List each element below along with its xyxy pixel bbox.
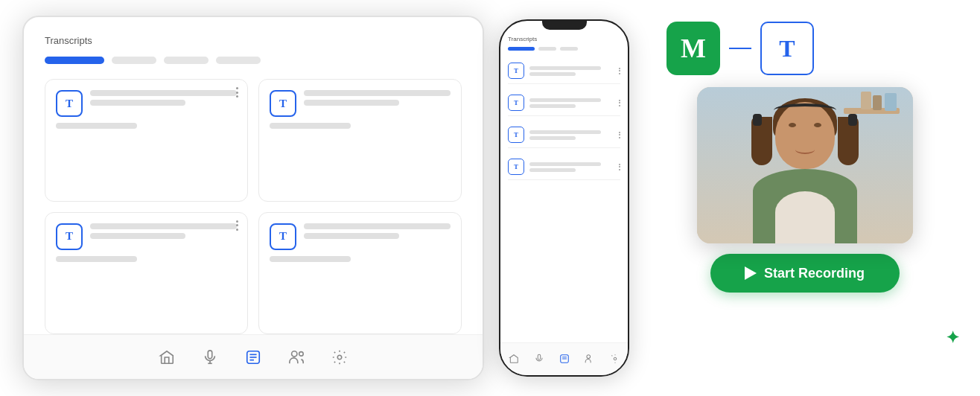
tablet-tab-1[interactable] [112, 57, 156, 64]
phone-line-1b [529, 72, 576, 76]
person-headset-band [774, 103, 836, 117]
card-3-subtitle [56, 256, 137, 262]
connector-line [729, 48, 751, 50]
shelf-item-1 [885, 93, 897, 111]
person-headset-left-ear [753, 114, 762, 126]
tablet-nav-home[interactable] [159, 349, 175, 365]
phone-nav-mic[interactable] [534, 354, 544, 365]
dot [619, 100, 620, 101]
tablet-tab-2[interactable] [164, 57, 209, 64]
phone-text-1 [529, 66, 614, 76]
phone-nav-document[interactable] [559, 354, 570, 365]
card-3-menu-dots[interactable] [236, 220, 238, 231]
person-figure [738, 95, 872, 243]
dot [619, 164, 620, 165]
phone-nav-settings[interactable] [610, 354, 620, 365]
card-1-icon: T [56, 90, 83, 117]
svg-point-7 [292, 351, 297, 356]
dot [236, 87, 238, 89]
phone-card-icon-2: T [508, 95, 524, 111]
phone-icon-letter-2: T [514, 99, 518, 106]
tablet-card-1: T [45, 79, 248, 202]
card-3-text [90, 223, 237, 239]
tablet-tab-3[interactable] [216, 57, 261, 64]
phone-icon-letter-3: T [514, 131, 518, 138]
card-1-menu-dots[interactable] [236, 87, 238, 98]
dot [619, 166, 620, 167]
phone-transcripts-title: Transcripts [508, 36, 620, 42]
phone-tab-2[interactable] [560, 47, 578, 51]
card-2-icon-letter: T [279, 98, 287, 110]
dot [236, 224, 238, 226]
phone-line-4a [529, 162, 601, 166]
integration-icons-row: M T [666, 22, 814, 75]
tablet-nav-document[interactable] [245, 349, 261, 365]
tablet-card-3: T [45, 212, 248, 335]
tablet-content: Transcripts [24, 17, 483, 334]
card-2-icon: T [270, 90, 296, 117]
svg-rect-10 [538, 354, 541, 360]
svg-rect-0 [208, 350, 212, 358]
person-eye-left [789, 123, 796, 127]
start-recording-button[interactable]: Start Recording [710, 254, 900, 293]
tablet-nav-settings[interactable] [331, 349, 348, 365]
card-2-subtitle [270, 123, 351, 129]
phone-tab-bar [508, 47, 620, 51]
phone-list: T T [508, 58, 620, 342]
person-headset-right-ear [848, 114, 857, 126]
dot [236, 220, 238, 223]
tablet-nav-mic[interactable] [202, 349, 218, 365]
dot [619, 137, 620, 138]
card-3-header: T [56, 223, 237, 250]
tablet-tab-active[interactable] [45, 57, 104, 64]
play-icon [745, 266, 757, 280]
svg-point-15 [614, 357, 617, 360]
svg-point-14 [586, 354, 590, 358]
plus-cursor-icon: ✦ [946, 328, 959, 348]
card-1-text [90, 90, 237, 106]
dot [236, 92, 238, 94]
integration-t-letter: T [779, 35, 795, 63]
phone-nav-home[interactable] [509, 354, 519, 365]
card-4-icon-letter: T [279, 230, 287, 243]
room-background [697, 87, 913, 243]
card-4-icon: T [270, 223, 296, 250]
integration-connector [729, 48, 751, 50]
dot [619, 134, 620, 135]
tablet-device: Transcripts [22, 16, 484, 380]
dot [619, 68, 620, 69]
main-scene: Transcripts [0, 0, 980, 396]
card-3-line-1 [90, 223, 237, 229]
dot [619, 105, 620, 106]
svg-point-8 [299, 351, 304, 356]
tablet-card-4: T [258, 212, 462, 335]
dot [619, 132, 620, 133]
phone-menu-dots-2[interactable] [619, 100, 620, 106]
phone-nav-users[interactable] [585, 354, 595, 365]
person-eye-right [814, 123, 821, 127]
phone-menu-dots-4[interactable] [619, 164, 620, 170]
start-recording-label: Start Recording [764, 266, 865, 281]
dot [619, 169, 620, 170]
right-section: M T [644, 16, 965, 380]
phone-tab-active[interactable] [508, 47, 535, 51]
phone-menu-dots-1[interactable] [619, 68, 620, 74]
tablet-cards-grid: T T [45, 79, 462, 334]
card-2-text [304, 90, 451, 106]
phone-card-icon-1: T [508, 63, 524, 79]
phone-card-icon-4: T [508, 159, 524, 175]
phone-list-item-2: T [508, 90, 620, 116]
phone-notch [542, 21, 587, 30]
video-card [697, 87, 913, 243]
phone-tab-1[interactable] [538, 47, 556, 51]
phone-content: Transcripts T [500, 30, 628, 342]
tablet-nav-users[interactable] [288, 349, 305, 365]
card-4-text [304, 223, 451, 239]
card-4-line-2 [304, 233, 399, 239]
phone-list-item-3: T [508, 122, 620, 148]
phone-menu-dots-3[interactable] [619, 132, 620, 138]
phone-bottom-nav [500, 342, 628, 375]
dot [619, 73, 620, 74]
svg-point-9 [337, 355, 342, 360]
card-4-subtitle [270, 256, 351, 262]
